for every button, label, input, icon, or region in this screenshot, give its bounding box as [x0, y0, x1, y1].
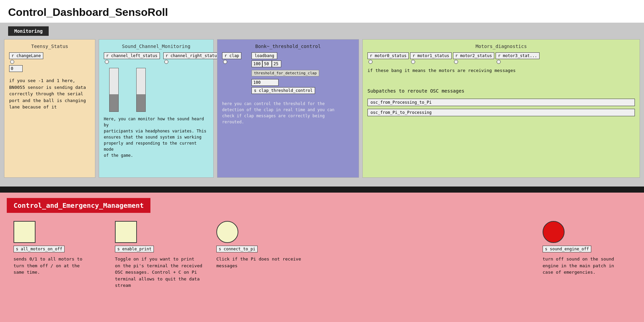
sound-right-box[interactable]: r channel_right_status [163, 52, 222, 59]
header: Control_Dashboard_SensoRoll [0, 0, 644, 23]
bonk-clap-node: r clap [222, 52, 241, 64]
motors-subpatch-label: Subpatches to reroute OSC messages [367, 88, 635, 95]
motor3-node: r motor3_stat... [496, 52, 540, 64]
teensy-receive-node: r changeLane [9, 52, 90, 64]
teensy-outlet [10, 60, 14, 64]
motor0-box[interactable]: r motor0_status [367, 52, 409, 59]
bonk-title: Bonk~_threshold_control [222, 44, 354, 49]
emergency-title-bar: Control_and_Emergency_Management [7, 198, 150, 213]
motor0-node: r motor0_status [367, 52, 409, 64]
connect-pi-button[interactable] [216, 221, 238, 243]
motor1-box[interactable]: r motor1_status [410, 52, 451, 59]
bonk-threshold-value[interactable]: 100 [252, 79, 279, 86]
all-motors-description: sends 0/1 to all motors toturn them off … [14, 256, 101, 276]
sound-left-node: r channel_left_status [104, 52, 160, 64]
teensy-r-changelane[interactable]: r changeLane [9, 52, 43, 59]
bonk-num3[interactable]: 25 [272, 60, 281, 67]
control-connect-pi: s connect_to_pi Click if the Pi does not… [210, 221, 345, 269]
emergency-title: Control_and_Emergency_Management [14, 201, 144, 209]
bonk-clap-box[interactable]: r clap [222, 52, 241, 59]
page-title: Control_Dashboard_SensoRoll [8, 6, 636, 19]
connect-pi-send-node[interactable]: s connect_to_pi [216, 246, 258, 252]
sound-description: Here, you can monitor how the sound hear… [104, 116, 209, 158]
motor2-outlet [454, 60, 458, 64]
connect-pi-description: Click if the Pi does not receivemessages [216, 256, 304, 269]
motor3-outlet [497, 60, 501, 64]
controls-row: s all_motors_on_off sends 0/1 to all mot… [7, 221, 637, 289]
sound-right-slider[interactable] [136, 68, 146, 112]
panel-motors: Motors_diagnostics r motor0_status r mot… [362, 39, 640, 178]
motors-subpatch1[interactable]: osc_from_Processing_to_Pi [367, 99, 635, 106]
enable-print-button[interactable] [115, 221, 137, 243]
teensy-num-box[interactable]: 0 [9, 65, 23, 72]
control-sound-engine: s sound_engine_off turn off sound on the… [536, 221, 637, 276]
enable-print-description: Toggle on if you want to printon the pi'… [115, 256, 203, 289]
bottom-section: Control_and_Emergency_Management s all_m… [0, 193, 644, 322]
bonk-num-trio: 100 50 25 [252, 60, 319, 67]
sound-left-box[interactable]: r channel_left_status [104, 52, 160, 59]
sound-right-outlet [164, 60, 168, 64]
enable-print-send-node[interactable]: s enable_print [115, 246, 154, 252]
motor2-box[interactable]: r motor2_status [453, 52, 494, 59]
monitoring-label: Monitoring [14, 28, 43, 34]
sound-engine-send-node[interactable]: s sound_engine_off [543, 246, 591, 252]
bonk-clap-outlet [223, 60, 227, 64]
panel-bonk: Bonk~_threshold_control r clap loadbang … [217, 39, 359, 178]
sound-right-node: r channel_right_status [163, 52, 222, 64]
separator [0, 187, 644, 193]
sound-title: Sound_Channel_Monitoring [104, 44, 209, 49]
teensy-description: if you see -1 and 1 here,BN0055 sensor i… [9, 77, 90, 110]
motors-info-text: if these bang it means the motors are re… [367, 67, 635, 74]
motor1-outlet [411, 60, 415, 64]
top-section: Monitoring Teensy_Status r changeLane 0 … [0, 23, 644, 187]
control-enable-print: s enable_print Toggle on if you want to … [108, 221, 210, 289]
panel-sound: Sound_Channel_Monitoring r channel_left_… [99, 39, 214, 178]
sound-left-outlet [105, 60, 109, 64]
all-motors-button[interactable] [14, 221, 35, 243]
motor0-outlet [368, 60, 373, 64]
motor1-node: r motor1_status [410, 52, 451, 64]
motors-title: Motors_diagnostics [367, 44, 635, 49]
sound-left-slider-container [109, 67, 119, 112]
control-all-motors: s all_motors_on_off sends 0/1 to all mot… [7, 221, 108, 276]
motors-nodes-row: r motor0_status r motor1_status r motor2… [367, 52, 635, 64]
bonk-send-node[interactable]: s clap_threshold_control [252, 87, 315, 94]
panel-teensy: Teensy_Status r changeLane 0 if you see … [4, 39, 95, 178]
sound-engine-off-button[interactable] [543, 221, 565, 243]
bonk-description: here you can control the threshold for t… [222, 101, 354, 125]
bonk-num2[interactable]: 50 [262, 60, 272, 67]
motor3-box[interactable]: r motor3_stat... [496, 52, 540, 59]
panels-row: Teensy_Status r changeLane 0 if you see … [4, 39, 640, 181]
bonk-threshold-label: threshold_for_detecting_clap [252, 70, 319, 76]
all-motors-send-node[interactable]: s all_motors_on_off [14, 246, 65, 252]
motor2-node: r motor2_status [453, 52, 494, 64]
sound-left-slider[interactable] [109, 68, 119, 112]
motors-subpatch2[interactable]: osc_from_Pi_to_Processing [367, 109, 635, 116]
monitoring-bar: Monitoring [8, 26, 49, 36]
sound-engine-description: turn off sound on the soundengine in the… [543, 256, 630, 276]
bonk-num1[interactable]: 100 [252, 60, 262, 67]
bonk-loadbang[interactable]: loadbang [252, 52, 277, 59]
sound-right-slider-container [136, 67, 146, 112]
teensy-title: Teensy_Status [9, 44, 90, 49]
